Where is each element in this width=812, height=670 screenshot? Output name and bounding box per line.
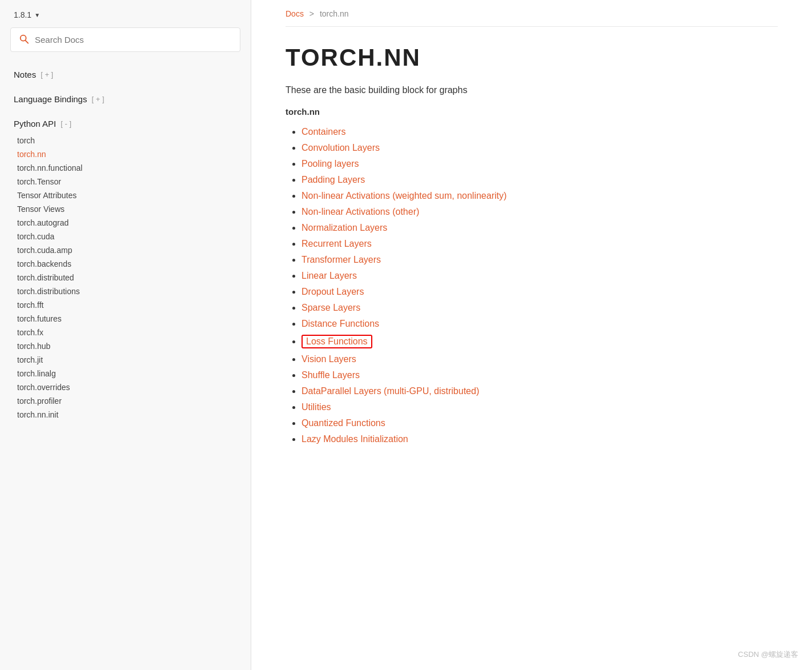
toc-item-linear-layers: Linear Layers xyxy=(302,271,778,281)
sidebar-link-torch-distributions[interactable]: torch.distributions xyxy=(14,284,237,298)
toc-link-shuffle-layers[interactable]: Shuffle Layers xyxy=(302,370,360,380)
sidebar-link-tensor-views[interactable]: Tensor Views xyxy=(14,202,237,216)
sidebar-link-torch[interactable]: torch xyxy=(14,134,237,147)
toc-link-pooling-layers[interactable]: Pooling layers xyxy=(302,159,359,168)
breadcrumb-docs[interactable]: Docs xyxy=(286,9,304,18)
toc-link-nonlinear-activations-weighted[interactable]: Non-linear Activations (weighted sum, no… xyxy=(302,191,507,200)
nav-section-language-bindings-label: Language Bindings xyxy=(14,94,87,104)
toc-item-nonlinear-activations-other: Non-linear Activations (other) xyxy=(302,207,778,217)
toc-item-recurrent-layers: Recurrent Layers xyxy=(302,239,778,249)
main-content: Docs > torch.nn TORCH.NN These are the b… xyxy=(251,0,812,670)
nav-section-python-api-label: Python API xyxy=(14,119,56,129)
nav-section-notes-toggle[interactable]: [ + ] xyxy=(41,70,53,79)
breadcrumb-current: torch.nn xyxy=(320,9,349,18)
svg-line-1 xyxy=(25,41,28,43)
toc-link-padding-layers[interactable]: Padding Layers xyxy=(302,175,365,184)
sidebar-link-torch-nn-init[interactable]: torch.nn.init xyxy=(14,408,237,422)
nav-section-notes: Notes [ + ] xyxy=(0,62,251,87)
toc-item-lazy-modules: Lazy Modules Initialization xyxy=(302,434,778,444)
sidebar-link-tensor-attributes[interactable]: Tensor Attributes xyxy=(14,188,237,202)
module-name: torch.nn xyxy=(286,107,778,117)
sidebar-link-torch-tensor[interactable]: torch.Tensor xyxy=(14,175,237,188)
sidebar-link-torch-linalg[interactable]: torch.linalg xyxy=(14,367,237,380)
nav-section-notes-label: Notes xyxy=(14,70,36,79)
toc-item-vision-layers: Vision Layers xyxy=(302,354,778,364)
toc-link-distance-functions[interactable]: Distance Functions xyxy=(302,319,379,328)
version-label: 1.8.1 xyxy=(14,10,31,19)
toc-item-dropout-layers: Dropout Layers xyxy=(302,287,778,297)
nav-section-python-api-toggle[interactable]: [ - ] xyxy=(61,119,71,128)
toc-item-nonlinear-activations-weighted: Non-linear Activations (weighted sum, no… xyxy=(302,191,778,201)
toc-item-sparse-layers: Sparse Layers xyxy=(302,303,778,313)
toc-item-distance-functions: Distance Functions xyxy=(302,319,778,329)
sidebar-link-torch-overrides[interactable]: torch.overrides xyxy=(14,380,237,394)
nav-links-list: torchtorch.nntorch.nn.functionaltorch.Te… xyxy=(14,133,237,423)
toc-link-loss-functions[interactable]: Loss Functions xyxy=(306,336,368,346)
watermark: CSDN @螺旋递客 xyxy=(738,649,798,660)
breadcrumb-separator: > xyxy=(309,9,314,18)
sidebar-link-torch-distributed[interactable]: torch.distributed xyxy=(14,271,237,284)
toc-link-quantized-functions[interactable]: Quantized Functions xyxy=(302,418,385,428)
toc-link-containers[interactable]: Containers xyxy=(302,127,345,137)
sidebar-link-torch-jit[interactable]: torch.jit xyxy=(14,353,237,367)
toc-item-transformer-layers: Transformer Layers xyxy=(302,255,778,265)
page-subtitle: These are the basic building block for g… xyxy=(286,85,778,95)
toc-item-shuffle-layers: Shuffle Layers xyxy=(302,370,778,380)
version-bar: 1.8.1 ▼ xyxy=(0,10,251,27)
toc-item-dataparallel-layers: DataParallel Layers (multi-GPU, distribu… xyxy=(302,386,778,396)
sidebar-link-torch-cuda-amp[interactable]: torch.cuda.amp xyxy=(14,243,237,257)
toc-link-dataparallel-layers[interactable]: DataParallel Layers (multi-GPU, distribu… xyxy=(302,386,479,396)
sidebar-link-torch-profiler[interactable]: torch.profiler xyxy=(14,394,237,408)
sidebar: 1.8.1 ▼ Notes [ + ] Language Bindings [ … xyxy=(0,0,251,670)
sidebar-link-torch-backends[interactable]: torch.backends xyxy=(14,257,237,271)
toc-link-nonlinear-activations-other[interactable]: Non-linear Activations (other) xyxy=(302,207,419,216)
sidebar-link-torch-nn[interactable]: torch.nn xyxy=(14,147,237,161)
toc-item-quantized-functions: Quantized Functions xyxy=(302,418,778,428)
nav-section-python-api-header[interactable]: Python API [ - ] xyxy=(14,115,237,133)
nav-section-python-api: Python API [ - ] torchtorch.nntorch.nn.f… xyxy=(0,111,251,426)
toc-link-transformer-layers[interactable]: Transformer Layers xyxy=(302,255,381,264)
sidebar-link-torch-fft[interactable]: torch.fft xyxy=(14,298,237,312)
nav-section-notes-header[interactable]: Notes [ + ] xyxy=(14,66,237,83)
toc-link-recurrent-layers[interactable]: Recurrent Layers xyxy=(302,239,372,248)
nav-section-language-bindings-header[interactable]: Language Bindings [ + ] xyxy=(14,90,237,108)
toc-link-linear-layers[interactable]: Linear Layers xyxy=(302,271,357,280)
nav-section-language-bindings-toggle[interactable]: [ + ] xyxy=(91,95,104,103)
search-input[interactable] xyxy=(35,35,232,45)
toc-link-utilities[interactable]: Utilities xyxy=(302,402,331,412)
toc-list: ContainersConvolution LayersPooling laye… xyxy=(286,127,778,444)
toc-item-containers: Containers xyxy=(302,127,778,137)
sidebar-link-torch-futures[interactable]: torch.futures xyxy=(14,312,237,326)
version-dropdown-icon[interactable]: ▼ xyxy=(34,12,40,18)
toc-link-sparse-layers[interactable]: Sparse Layers xyxy=(302,303,360,312)
nav-section-language-bindings: Language Bindings [ + ] xyxy=(0,87,251,111)
breadcrumb: Docs > torch.nn xyxy=(286,0,778,27)
toc-item-normalization-layers: Normalization Layers xyxy=(302,223,778,233)
sidebar-link-torch-nn-functional[interactable]: torch.nn.functional xyxy=(14,161,237,175)
search-box[interactable] xyxy=(10,27,240,52)
toc-link-normalization-layers[interactable]: Normalization Layers xyxy=(302,223,387,232)
toc-item-convolution-layers: Convolution Layers xyxy=(302,143,778,153)
toc-item-pooling-layers: Pooling layers xyxy=(302,159,778,169)
toc-link-vision-layers[interactable]: Vision Layers xyxy=(302,354,356,364)
sidebar-link-torch-fx[interactable]: torch.fx xyxy=(14,326,237,339)
toc-link-lazy-modules[interactable]: Lazy Modules Initialization xyxy=(302,434,408,444)
sidebar-link-torch-hub[interactable]: torch.hub xyxy=(14,339,237,353)
toc-link-dropout-layers[interactable]: Dropout Layers xyxy=(302,287,364,296)
sidebar-link-torch-autograd[interactable]: torch.autograd xyxy=(14,216,237,230)
page-title: TORCH.NN xyxy=(286,44,778,71)
search-icon xyxy=(19,34,29,46)
toc-item-padding-layers: Padding Layers xyxy=(302,175,778,185)
toc-link-convolution-layers[interactable]: Convolution Layers xyxy=(302,143,380,153)
toc-item-utilities: Utilities xyxy=(302,402,778,412)
toc-item-loss-functions: Loss Functions xyxy=(302,335,778,348)
sidebar-link-torch-cuda[interactable]: torch.cuda xyxy=(14,230,237,243)
